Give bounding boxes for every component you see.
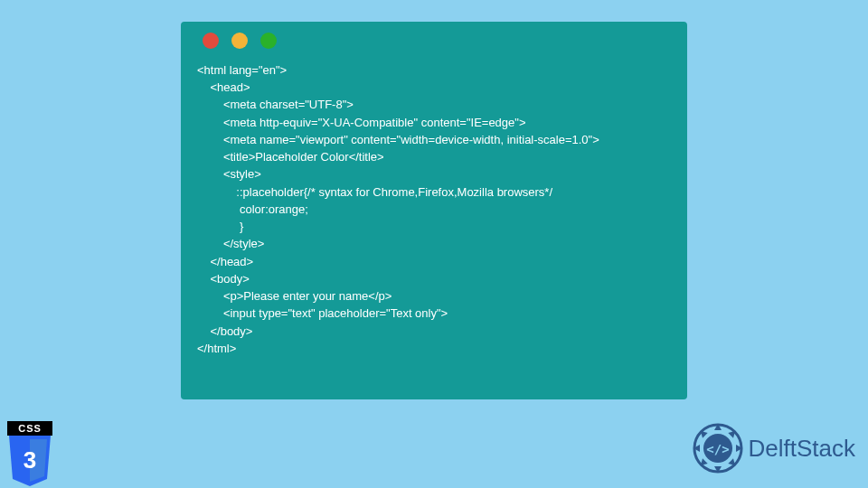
traffic-lights (203, 33, 671, 49)
css3-logo-icon: CSS 3 (7, 421, 52, 481)
close-dot-icon (203, 33, 219, 49)
css3-label: CSS (7, 421, 52, 436)
gear-icon: </> (693, 423, 743, 474)
code-block: <html lang="en"> <head> <meta charset="U… (197, 61, 671, 357)
minimize-dot-icon (231, 33, 248, 49)
delftstack-text: DelftStack (749, 435, 856, 463)
code-window: <html lang="en"> <head> <meta charset="U… (181, 22, 687, 399)
delftstack-logo: </> DelftStack (693, 423, 856, 474)
maximize-dot-icon (260, 33, 277, 49)
css3-number: 3 (24, 446, 36, 474)
svg-text:</>: </> (706, 442, 729, 456)
